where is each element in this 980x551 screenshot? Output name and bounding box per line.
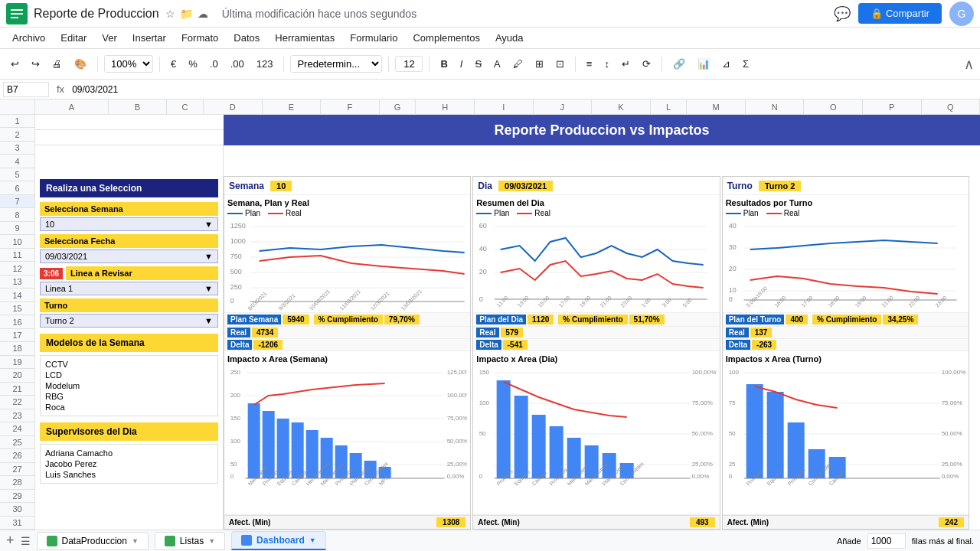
row-2[interactable]: 2 [0, 128, 34, 141]
row-18[interactable]: 18 [0, 342, 34, 355]
menu-editar[interactable]: Editar [54, 31, 93, 45]
text-color-button[interactable]: A [489, 55, 505, 73]
col-header-a[interactable]: A [35, 99, 109, 114]
decimal-up-button[interactable]: .00 [226, 55, 249, 73]
font-family-select[interactable]: Predetermin... [290, 55, 382, 73]
text-wrap-button[interactable]: ↵ [617, 55, 635, 73]
col-header-p[interactable]: P [863, 99, 922, 114]
row-6[interactable]: 6 [0, 181, 34, 194]
currency-button[interactable]: € [166, 55, 181, 73]
row-21[interactable]: 21 [0, 383, 34, 396]
col-header-e[interactable]: E [263, 99, 322, 114]
col-header-n[interactable]: N [746, 99, 805, 114]
comment-icon[interactable]: 💬 [834, 5, 851, 22]
cell-reference[interactable] [3, 82, 49, 97]
menu-complementos[interactable]: Complementos [407, 31, 485, 45]
menu-formulario[interactable]: Formulario [344, 31, 403, 45]
row-26[interactable]: 26 [0, 449, 34, 462]
dashboard-dropdown[interactable]: ▼ [309, 536, 316, 544]
merge-button[interactable]: ⊡ [551, 55, 569, 73]
semana-dropdown[interactable]: ▼ [204, 220, 213, 229]
paint-format-button[interactable]: 🎨 [70, 55, 91, 73]
row-11[interactable]: 11 [0, 249, 34, 262]
col-header-o[interactable]: O [804, 99, 863, 114]
borders-button[interactable]: ⊞ [531, 55, 548, 73]
link-button[interactable]: 🔗 [668, 55, 690, 73]
row-22[interactable]: 22 [0, 396, 34, 409]
row-24[interactable]: 24 [0, 422, 34, 435]
col-header-k[interactable]: K [592, 99, 651, 114]
row-7[interactable]: 7 [0, 195, 34, 208]
linea-dropdown[interactable]: ▼ [204, 284, 213, 293]
zoom-select[interactable]: 100% [104, 55, 153, 73]
row-20[interactable]: 20 [0, 369, 34, 382]
bold-button[interactable]: B [436, 55, 452, 73]
row-4[interactable]: 4 [0, 155, 34, 168]
dataproduccion-dropdown[interactable]: ▼ [132, 537, 139, 545]
file-title[interactable]: Reporte de Produccion [34, 7, 159, 21]
add-rows-input[interactable] [867, 533, 906, 549]
undo-button[interactable]: ↩ [6, 55, 24, 73]
align-left-button[interactable]: ≡ [582, 55, 597, 73]
row-25[interactable]: 25 [0, 436, 34, 449]
row-31[interactable]: 31 [0, 517, 34, 530]
menu-herramientas[interactable]: Herramientas [269, 31, 341, 45]
align-vertical-button[interactable]: ↕ [599, 55, 614, 73]
chart-button[interactable]: 📊 [693, 55, 714, 73]
text-rotation-button[interactable]: ⟳ [638, 55, 655, 73]
row-14[interactable]: 14 [0, 289, 34, 302]
row-15[interactable]: 15 [0, 302, 34, 315]
row-9[interactable]: 9 [0, 222, 34, 235]
row-12[interactable]: 12 [0, 262, 34, 275]
menu-archivo[interactable]: Archivo [6, 31, 51, 45]
menu-ver[interactable]: Ver [96, 31, 123, 45]
sheet-tab-dataproduccion[interactable]: DataProduccion ▼ [37, 532, 149, 550]
col-header-j[interactable]: J [534, 99, 593, 114]
menu-insertar[interactable]: Insertar [126, 31, 172, 45]
col-header-d[interactable]: D [204, 99, 263, 114]
col-header-h[interactable]: H [416, 99, 475, 114]
folder-icon[interactable]: 📁 [180, 8, 193, 20]
row-27[interactable]: 27 [0, 463, 34, 476]
function-button[interactable]: Σ [738, 55, 753, 73]
col-header-c[interactable]: C [167, 99, 204, 114]
star-icon[interactable]: ☆ [165, 8, 175, 20]
col-header-g[interactable]: G [380, 99, 416, 114]
fecha-dropdown[interactable]: ▼ [204, 252, 213, 261]
row-29[interactable]: 29 [0, 490, 34, 503]
row-17[interactable]: 17 [0, 329, 34, 342]
filter-button[interactable]: ⊿ [717, 55, 735, 73]
cloud-icon[interactable]: ☁ [198, 8, 208, 20]
font-size-input[interactable] [395, 56, 423, 72]
decimal-down-button[interactable]: .0 [205, 55, 223, 73]
share-button[interactable]: 🔒 Compartir [858, 3, 942, 24]
row-30[interactable]: 30 [0, 503, 34, 516]
print-button[interactable]: 🖨 [47, 55, 67, 73]
listas-dropdown[interactable]: ▼ [208, 537, 215, 545]
row-16[interactable]: 16 [0, 315, 34, 328]
semana-selector[interactable]: 10 ▼ [40, 217, 218, 231]
menu-formato[interactable]: Formato [175, 31, 224, 45]
row-23[interactable]: 23 [0, 409, 34, 422]
col-header-m[interactable]: M [687, 99, 746, 114]
row-5[interactable]: 5 [0, 168, 34, 181]
row-28[interactable]: 28 [0, 476, 34, 489]
row-13[interactable]: 13 [0, 276, 34, 289]
sheet-tab-dashboard[interactable]: Dashboard ▼ [231, 531, 326, 550]
row-19[interactable]: 19 [0, 356, 34, 369]
fecha-selector[interactable]: 09/03/2021 ▼ [40, 249, 218, 263]
add-sheet-button[interactable]: + [6, 533, 15, 549]
row-3[interactable]: 3 [0, 142, 34, 155]
col-header-q[interactable]: Q [922, 99, 980, 114]
user-avatar[interactable]: G [949, 2, 974, 26]
menu-datos[interactable]: Datos [227, 31, 266, 45]
col-header-b[interactable]: B [109, 99, 168, 114]
fill-color-button[interactable]: 🖊 [508, 55, 528, 73]
menu-ayuda[interactable]: Ayuda [489, 31, 530, 45]
col-header-i[interactable]: I [475, 99, 534, 114]
sheet-tab-listas[interactable]: Listas ▼ [155, 532, 225, 550]
expand-toolbar-button[interactable]: ∧ [964, 56, 974, 73]
redo-button[interactable]: ↪ [27, 55, 44, 73]
formula-input[interactable] [69, 83, 977, 96]
row-10[interactable]: 10 [0, 235, 34, 248]
